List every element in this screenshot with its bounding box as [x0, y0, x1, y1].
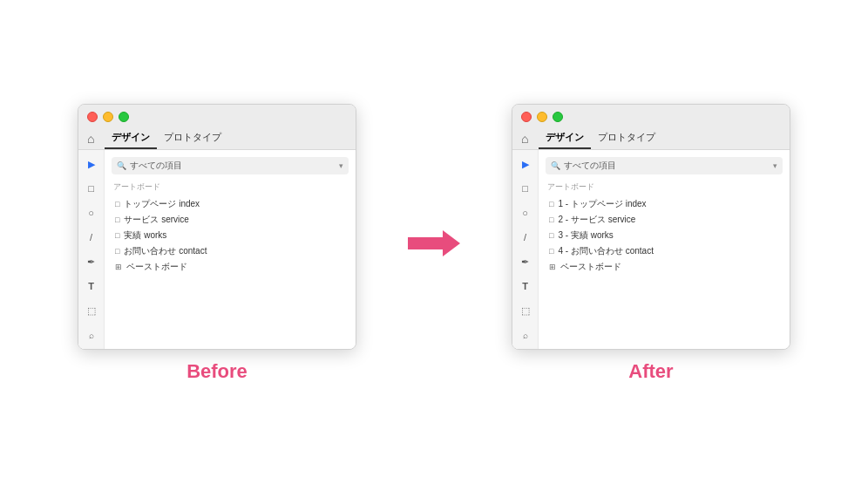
- after-nav-tabs: デザイン プロトタイプ: [539, 127, 662, 149]
- after-window: ⌂ デザイン プロトタイプ ▶ □ ○ / ✒ T ⬚: [512, 104, 790, 350]
- after-layer-item-1[interactable]: □ 1 - トップページ index: [546, 196, 783, 212]
- layer-item[interactable]: □ サービス service: [112, 212, 349, 228]
- after-search-bar[interactable]: 🔍 すべての項目 ▾: [546, 157, 783, 174]
- after-pasteboard-icon: ⊞: [549, 263, 556, 271]
- before-layers-panel: 🔍 すべての項目 ▾ アートボード □ トップページ index □ サービス …: [105, 150, 356, 349]
- layer-name: トップページ index: [124, 198, 200, 210]
- layer-name: ペーストボード: [126, 261, 187, 273]
- before-titlebar: ⌂ デザイン プロトタイプ: [78, 105, 356, 150]
- layer-name: 1 - トップページ index: [558, 198, 646, 210]
- after-layer-item-4[interactable]: □ 4 - お問い合わせ contact: [546, 243, 783, 259]
- after-section-label: アートボード: [546, 181, 783, 193]
- pasteboard-icon: ⊞: [115, 263, 122, 271]
- before-window: ⌂ デザイン プロトタイプ ▶ □ ○ / ✒ T ⬚: [78, 104, 356, 350]
- tab-design-before[interactable]: デザイン: [105, 127, 157, 149]
- after-tool-pen[interactable]: ✒: [519, 255, 532, 269]
- before-section-label: アートボード: [112, 181, 349, 193]
- layer-name: お問い合わせ contact: [124, 245, 207, 257]
- after-maximize-button[interactable]: [553, 112, 563, 122]
- after-tool-text[interactable]: T: [519, 279, 532, 293]
- layer-item[interactable]: □ お問い合わせ contact: [112, 243, 349, 259]
- artboard-icon: □: [115, 247, 119, 256]
- close-button[interactable]: [87, 112, 98, 122]
- after-minimize-button[interactable]: [537, 112, 547, 122]
- after-close-button[interactable]: [521, 112, 532, 122]
- after-tool-rect[interactable]: □: [519, 181, 532, 195]
- after-titlebar: ⌂ デザイン プロトタイプ: [512, 105, 790, 150]
- tab-design-after[interactable]: デザイン: [539, 127, 591, 149]
- layer-name: 4 - お問い合わせ contact: [558, 245, 653, 257]
- after-label: After: [628, 360, 673, 383]
- tool-zoom[interactable]: ⌕: [85, 328, 98, 342]
- after-chevron-down-icon[interactable]: ▾: [773, 161, 777, 170]
- minimize-button[interactable]: [103, 112, 113, 122]
- arrow-section: [399, 230, 469, 256]
- before-label: Before: [186, 360, 248, 383]
- tool-rect[interactable]: □: [85, 181, 98, 195]
- after-panel: ⌂ デザイン プロトタイプ ▶ □ ○ / ✒ T ⬚: [469, 104, 833, 383]
- after-home-icon[interactable]: ⌂: [521, 132, 528, 146]
- before-panel: ⌂ デザイン プロトタイプ ▶ □ ○ / ✒ T ⬚: [35, 104, 399, 383]
- search-icon: 🔍: [117, 161, 126, 170]
- tool-pen[interactable]: ✒: [85, 255, 98, 269]
- after-artboard-icon: □: [549, 247, 553, 256]
- maximize-button[interactable]: [119, 112, 129, 122]
- after-layer-item-5[interactable]: ⊞ ペーストボード: [546, 259, 783, 275]
- artboard-icon: □: [115, 215, 119, 224]
- layer-name: 2 - サービス service: [558, 214, 635, 226]
- after-titlebar-nav: ⌂ デザイン プロトタイプ: [521, 127, 781, 149]
- layer-item[interactable]: □ 実績 works: [112, 228, 349, 243]
- layer-name: サービス service: [124, 214, 188, 226]
- arrow-body: [408, 237, 444, 249]
- after-layers-panel: 🔍 すべての項目 ▾ アートボード □ 1 - トップページ index □ 2…: [539, 150, 790, 349]
- tool-select[interactable]: ▶: [85, 157, 98, 171]
- after-tool-artboard[interactable]: ⬚: [519, 304, 532, 318]
- artboard-icon: □: [115, 200, 119, 208]
- tool-text[interactable]: T: [85, 279, 98, 293]
- tab-prototype-before[interactable]: プロトタイプ: [157, 127, 228, 149]
- layer-name: 実績 works: [124, 229, 166, 242]
- nav-tabs: デザイン プロトタイプ: [105, 127, 228, 149]
- chevron-down-icon[interactable]: ▾: [339, 161, 343, 170]
- tool-ellipse[interactable]: ○: [85, 206, 98, 220]
- layer-name: 3 - 実績 works: [558, 229, 613, 242]
- after-tool-line[interactable]: /: [519, 230, 532, 244]
- search-inner: 🔍 すべての項目: [117, 160, 182, 172]
- after-tool-zoom[interactable]: ⌕: [519, 328, 532, 342]
- after-tool-select[interactable]: ▶: [519, 157, 532, 171]
- tab-prototype-after[interactable]: プロトタイプ: [591, 127, 662, 149]
- after-artboard-icon: □: [549, 231, 553, 240]
- arrow-right: [408, 230, 460, 256]
- arrow-head: [443, 230, 460, 256]
- layer-item[interactable]: □ トップページ index: [112, 196, 349, 212]
- after-tool-ellipse[interactable]: ○: [519, 206, 532, 220]
- artboard-icon: □: [115, 231, 119, 240]
- after-window-body: ▶ □ ○ / ✒ T ⬚ ⌕ 🔍 すべての項目: [512, 150, 790, 349]
- after-search-icon: 🔍: [551, 161, 560, 170]
- before-toolbar: ▶ □ ○ / ✒ T ⬚ ⌕: [78, 150, 105, 349]
- traffic-lights: [87, 112, 347, 122]
- layer-item[interactable]: ⊞ ペーストボード: [112, 259, 349, 275]
- before-search-text: すべての項目: [130, 160, 182, 172]
- after-artboard-icon: □: [549, 200, 553, 208]
- main-layout: ⌂ デザイン プロトタイプ ▶ □ ○ / ✒ T ⬚: [0, 0, 868, 478]
- after-toolbar: ▶ □ ○ / ✒ T ⬚ ⌕: [512, 150, 539, 349]
- before-window-body: ▶ □ ○ / ✒ T ⬚ ⌕ 🔍 すべての項目: [78, 150, 356, 349]
- after-artboard-icon: □: [549, 215, 553, 224]
- after-layer-item-3[interactable]: □ 3 - 実績 works: [546, 228, 783, 243]
- after-layer-item-2[interactable]: □ 2 - サービス service: [546, 212, 783, 228]
- after-search-text: すべての項目: [564, 160, 616, 172]
- after-traffic-lights: [521, 112, 781, 122]
- tool-artboard[interactable]: ⬚: [85, 304, 98, 318]
- layer-name: ペーストボード: [560, 261, 621, 273]
- before-search-bar[interactable]: 🔍 すべての項目 ▾: [112, 157, 349, 174]
- home-icon[interactable]: ⌂: [87, 132, 94, 146]
- tool-line[interactable]: /: [85, 230, 98, 244]
- titlebar-nav: ⌂ デザイン プロトタイプ: [87, 127, 347, 149]
- after-search-inner: 🔍 すべての項目: [551, 160, 616, 172]
